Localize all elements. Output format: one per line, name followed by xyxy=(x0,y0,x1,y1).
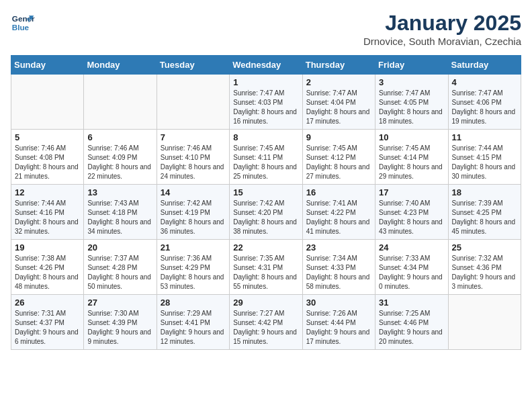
weekday-thursday: Thursday xyxy=(302,56,375,75)
cell-content: Sunrise: 7:39 AM Sunset: 4:25 PM Dayligh… xyxy=(452,199,517,236)
calendar-cell: 19Sunrise: 7:38 AM Sunset: 4:26 PM Dayli… xyxy=(11,240,84,295)
calendar-cell: 4Sunrise: 7:47 AM Sunset: 4:06 PM Daylig… xyxy=(448,75,521,130)
calendar-cell: 3Sunrise: 7:47 AM Sunset: 4:05 PM Daylig… xyxy=(375,75,448,130)
calendar-cell: 27Sunrise: 7:30 AM Sunset: 4:39 PM Dayli… xyxy=(84,295,157,350)
calendar-cell: 14Sunrise: 7:42 AM Sunset: 4:19 PM Dayli… xyxy=(157,185,229,240)
day-number: 25 xyxy=(452,242,517,253)
cell-content: Sunrise: 7:47 AM Sunset: 4:03 PM Dayligh… xyxy=(233,89,298,126)
cell-content: Sunrise: 7:44 AM Sunset: 4:16 PM Dayligh… xyxy=(15,199,80,236)
cell-content: Sunrise: 7:44 AM Sunset: 4:15 PM Dayligh… xyxy=(452,144,517,181)
cell-content: Sunrise: 7:46 AM Sunset: 4:09 PM Dayligh… xyxy=(87,144,152,181)
title-area: January 2025 Drnovice, South Moravian, C… xyxy=(363,11,521,47)
calendar-cell: 29Sunrise: 7:27 AM Sunset: 4:42 PM Dayli… xyxy=(230,295,302,350)
calendar-cell: 28Sunrise: 7:29 AM Sunset: 4:41 PM Dayli… xyxy=(157,295,229,350)
cell-content: Sunrise: 7:29 AM Sunset: 4:41 PM Dayligh… xyxy=(161,309,226,347)
cell-content: Sunrise: 7:25 AM Sunset: 4:46 PM Dayligh… xyxy=(379,309,444,347)
day-number: 24 xyxy=(379,242,444,253)
weekday-saturday: Saturday xyxy=(448,56,521,75)
calendar-cell xyxy=(84,75,157,130)
cell-content: Sunrise: 7:47 AM Sunset: 4:05 PM Dayligh… xyxy=(379,89,444,126)
cell-content: Sunrise: 7:43 AM Sunset: 4:18 PM Dayligh… xyxy=(87,199,152,236)
day-number: 11 xyxy=(452,132,517,142)
day-number: 23 xyxy=(306,242,371,253)
day-number: 28 xyxy=(161,298,226,308)
day-number: 12 xyxy=(15,187,80,197)
calendar-cell: 2Sunrise: 7:47 AM Sunset: 4:04 PM Daylig… xyxy=(302,75,375,130)
calendar-cell xyxy=(11,75,84,130)
calendar-cell: 5Sunrise: 7:46 AM Sunset: 4:08 PM Daylig… xyxy=(11,130,84,185)
day-number: 29 xyxy=(233,298,298,308)
cell-content: Sunrise: 7:42 AM Sunset: 4:19 PM Dayligh… xyxy=(161,199,226,236)
calendar-cell: 21Sunrise: 7:36 AM Sunset: 4:29 PM Dayli… xyxy=(157,240,229,295)
day-number: 3 xyxy=(379,77,444,87)
calendar-cell: 13Sunrise: 7:43 AM Sunset: 4:18 PM Dayli… xyxy=(84,185,157,240)
calendar-cell: 23Sunrise: 7:34 AM Sunset: 4:33 PM Dayli… xyxy=(302,240,375,295)
day-number: 17 xyxy=(379,187,444,197)
calendar-cell: 20Sunrise: 7:37 AM Sunset: 4:28 PM Dayli… xyxy=(84,240,157,295)
cell-content: Sunrise: 7:45 AM Sunset: 4:11 PM Dayligh… xyxy=(233,144,298,181)
calendar-cell: 10Sunrise: 7:45 AM Sunset: 4:14 PM Dayli… xyxy=(375,130,448,185)
week-row-1: 1Sunrise: 7:47 AM Sunset: 4:03 PM Daylig… xyxy=(11,75,521,130)
weekday-header-row: SundayMondayTuesdayWednesdayThursdayFrid… xyxy=(11,56,521,75)
calendar-cell: 30Sunrise: 7:26 AM Sunset: 4:44 PM Dayli… xyxy=(302,295,375,350)
calendar-cell: 6Sunrise: 7:46 AM Sunset: 4:09 PM Daylig… xyxy=(84,130,157,185)
day-number: 5 xyxy=(15,132,80,142)
calendar-cell: 11Sunrise: 7:44 AM Sunset: 4:15 PM Dayli… xyxy=(448,130,521,185)
cell-content: Sunrise: 7:47 AM Sunset: 4:06 PM Dayligh… xyxy=(452,89,517,126)
calendar-table: SundayMondayTuesdayWednesdayThursdayFrid… xyxy=(11,55,521,350)
calendar-cell: 17Sunrise: 7:40 AM Sunset: 4:23 PM Dayli… xyxy=(375,185,448,240)
day-number: 2 xyxy=(306,77,371,87)
calendar-cell: 12Sunrise: 7:44 AM Sunset: 4:16 PM Dayli… xyxy=(11,185,84,240)
cell-content: Sunrise: 7:31 AM Sunset: 4:37 PM Dayligh… xyxy=(15,309,80,347)
cell-content: Sunrise: 7:46 AM Sunset: 4:10 PM Dayligh… xyxy=(161,144,226,181)
cell-content: Sunrise: 7:35 AM Sunset: 4:31 PM Dayligh… xyxy=(233,254,298,291)
calendar-cell: 26Sunrise: 7:31 AM Sunset: 4:37 PM Dayli… xyxy=(11,295,84,350)
day-number: 15 xyxy=(233,187,298,197)
weekday-friday: Friday xyxy=(375,56,448,75)
calendar-cell: 24Sunrise: 7:33 AM Sunset: 4:34 PM Dayli… xyxy=(375,240,448,295)
day-number: 6 xyxy=(87,132,152,142)
calendar-cell: 1Sunrise: 7:47 AM Sunset: 4:03 PM Daylig… xyxy=(230,75,302,130)
cell-content: Sunrise: 7:26 AM Sunset: 4:44 PM Dayligh… xyxy=(306,309,371,347)
cell-content: Sunrise: 7:30 AM Sunset: 4:39 PM Dayligh… xyxy=(87,309,152,347)
day-number: 4 xyxy=(452,77,517,87)
calendar-subtitle: Drnovice, South Moravian, Czechia xyxy=(363,36,521,47)
cell-content: Sunrise: 7:45 AM Sunset: 4:12 PM Dayligh… xyxy=(306,144,371,181)
cell-content: Sunrise: 7:42 AM Sunset: 4:20 PM Dayligh… xyxy=(233,199,298,236)
cell-content: Sunrise: 7:37 AM Sunset: 4:28 PM Dayligh… xyxy=(87,254,152,291)
day-number: 1 xyxy=(233,77,298,87)
logo-icon: General Blue xyxy=(11,11,35,35)
day-number: 14 xyxy=(161,187,226,197)
weekday-monday: Monday xyxy=(84,56,157,75)
week-row-4: 19Sunrise: 7:38 AM Sunset: 4:26 PM Dayli… xyxy=(11,240,521,295)
calendar-cell: 25Sunrise: 7:32 AM Sunset: 4:36 PM Dayli… xyxy=(448,240,521,295)
cell-content: Sunrise: 7:45 AM Sunset: 4:14 PM Dayligh… xyxy=(379,144,444,181)
cell-content: Sunrise: 7:38 AM Sunset: 4:26 PM Dayligh… xyxy=(15,254,80,291)
day-number: 16 xyxy=(306,187,371,197)
day-number: 30 xyxy=(306,298,371,308)
calendar-cell xyxy=(157,75,229,130)
day-number: 21 xyxy=(161,242,226,253)
day-number: 9 xyxy=(306,132,371,142)
calendar-cell: 9Sunrise: 7:45 AM Sunset: 4:12 PM Daylig… xyxy=(302,130,375,185)
week-row-3: 12Sunrise: 7:44 AM Sunset: 4:16 PM Dayli… xyxy=(11,185,521,240)
week-row-5: 26Sunrise: 7:31 AM Sunset: 4:37 PM Dayli… xyxy=(11,295,521,350)
day-number: 19 xyxy=(15,242,80,253)
calendar-cell: 15Sunrise: 7:42 AM Sunset: 4:20 PM Dayli… xyxy=(230,185,302,240)
header: General Blue January 2025 Drnovice, Sout… xyxy=(11,11,521,47)
day-number: 22 xyxy=(233,242,298,253)
calendar-cell: 18Sunrise: 7:39 AM Sunset: 4:25 PM Dayli… xyxy=(448,185,521,240)
day-number: 8 xyxy=(233,132,298,142)
cell-content: Sunrise: 7:36 AM Sunset: 4:29 PM Dayligh… xyxy=(161,254,226,291)
day-number: 20 xyxy=(87,242,152,253)
logo: General Blue xyxy=(11,11,35,35)
calendar-title: January 2025 xyxy=(363,11,521,36)
cell-content: Sunrise: 7:47 AM Sunset: 4:04 PM Dayligh… xyxy=(306,89,371,126)
calendar-cell: 7Sunrise: 7:46 AM Sunset: 4:10 PM Daylig… xyxy=(157,130,229,185)
calendar-cell: 31Sunrise: 7:25 AM Sunset: 4:46 PM Dayli… xyxy=(375,295,448,350)
cell-content: Sunrise: 7:41 AM Sunset: 4:22 PM Dayligh… xyxy=(306,199,371,236)
day-number: 10 xyxy=(379,132,444,142)
svg-text:Blue: Blue xyxy=(12,23,30,32)
weekday-tuesday: Tuesday xyxy=(157,56,229,75)
weekday-sunday: Sunday xyxy=(11,56,84,75)
